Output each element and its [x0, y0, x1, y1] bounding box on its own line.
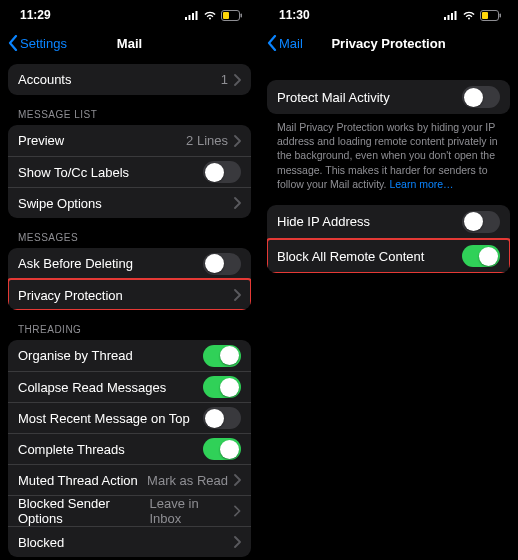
row-label: Muted Thread Action [18, 473, 138, 488]
svg-rect-6 [241, 13, 243, 17]
section-header-threading: THREADING [8, 310, 251, 340]
back-label: Settings [20, 36, 67, 51]
back-settings[interactable]: Settings [8, 35, 67, 51]
battery-icon [480, 10, 502, 21]
status-bar: 11:29 [0, 0, 259, 28]
row-label: Swipe Options [18, 196, 102, 211]
group-message-list: Preview 2 Lines Show To/Cc Labels Swipe … [8, 125, 251, 218]
chevron-right-icon [234, 474, 241, 486]
nav-bar: Settings Mail [0, 28, 259, 58]
row-label: Preview [18, 133, 64, 148]
row-ask-before-deleting[interactable]: Ask Before Deleting [8, 248, 251, 279]
signal-icon [444, 10, 458, 20]
row-label: Organise by Thread [18, 348, 133, 363]
svg-rect-8 [448, 15, 450, 20]
row-value: Leave in Inbox [149, 496, 228, 526]
toggle-block-remote-content[interactable] [462, 245, 500, 267]
section-header-message-list: MESSAGE LIST [8, 95, 251, 125]
toggle-ask-before-deleting[interactable] [203, 253, 241, 275]
status-bar: 11:30 [259, 0, 518, 28]
row-organise-by-thread[interactable]: Organise by Thread [8, 340, 251, 371]
toggle-collapse-read[interactable] [203, 376, 241, 398]
row-label: Complete Threads [18, 442, 125, 457]
row-label: Accounts [18, 72, 71, 87]
svg-rect-7 [444, 17, 446, 20]
svg-rect-3 [196, 11, 198, 20]
row-label: Protect Mail Activity [277, 90, 390, 105]
row-accounts[interactable]: Accounts 1 [8, 64, 251, 95]
chevron-left-icon [8, 35, 18, 51]
group-threading: Organise by Thread Collapse Read Message… [8, 340, 251, 557]
chevron-left-icon [267, 35, 277, 51]
toggle-protect-mail-activity[interactable] [462, 86, 500, 108]
row-label: Show To/Cc Labels [18, 165, 129, 180]
screen-mail-settings: 11:29 Settings Mail Accounts 1 MESSAG [0, 0, 259, 560]
svg-rect-1 [189, 15, 191, 20]
footer-text: Mail Privacy Protection works by hiding … [277, 121, 498, 190]
row-label: Blocked [18, 535, 64, 550]
row-complete-threads[interactable]: Complete Threads [8, 433, 251, 464]
row-hide-ip-address[interactable]: Hide IP Address [267, 205, 510, 239]
screen-privacy-protection: 11:30 Mail Privacy Protection Protect Ma… [259, 0, 518, 560]
row-label: Ask Before Deleting [18, 256, 133, 271]
row-collapse-read[interactable]: Collapse Read Messages [8, 371, 251, 402]
svg-rect-2 [192, 13, 194, 20]
signal-icon [185, 10, 199, 20]
toggle-organise-by-thread[interactable] [203, 345, 241, 367]
row-label: Block All Remote Content [277, 249, 424, 264]
chevron-right-icon [234, 289, 241, 301]
row-label: Hide IP Address [277, 214, 370, 229]
svg-rect-9 [451, 13, 453, 20]
row-swipe-options[interactable]: Swipe Options [8, 187, 251, 218]
learn-more-link[interactable]: Learn more… [389, 178, 453, 190]
status-time: 11:30 [279, 8, 310, 22]
row-block-remote-content[interactable]: Block All Remote Content [267, 239, 510, 273]
row-preview[interactable]: Preview 2 Lines [8, 125, 251, 156]
svg-rect-0 [185, 17, 187, 20]
row-show-tocc[interactable]: Show To/Cc Labels [8, 156, 251, 187]
group-messages: Ask Before Deleting Privacy Protection [8, 248, 251, 310]
row-label: Most Recent Message on Top [18, 411, 190, 426]
svg-rect-5 [223, 12, 229, 19]
toggle-hide-ip-address[interactable] [462, 211, 500, 233]
back-label: Mail [279, 36, 303, 51]
chevron-right-icon [234, 197, 241, 209]
row-most-recent-top[interactable]: Most Recent Message on Top [8, 402, 251, 433]
group-accounts: Accounts 1 [8, 64, 251, 95]
svg-rect-10 [455, 11, 457, 20]
row-value: 1 [221, 72, 228, 87]
chevron-right-icon [234, 505, 241, 517]
toggle-show-tocc[interactable] [203, 161, 241, 183]
row-label: Blocked Sender Options [18, 496, 149, 526]
section-header-messages: MESSAGES [8, 218, 251, 248]
row-blocked-sender-options[interactable]: Blocked Sender Options Leave in Inbox [8, 495, 251, 526]
chevron-right-icon [234, 135, 241, 147]
group-footer-note: Mail Privacy Protection works by hiding … [267, 114, 510, 191]
row-privacy-protection[interactable]: Privacy Protection [8, 279, 251, 310]
chevron-right-icon [234, 74, 241, 86]
row-label: Privacy Protection [18, 288, 123, 303]
battery-icon [221, 10, 243, 21]
svg-rect-12 [482, 12, 488, 19]
status-indicators [444, 10, 502, 21]
wifi-icon [203, 10, 217, 20]
row-value: 2 Lines [186, 133, 228, 148]
nav-bar: Mail Privacy Protection [259, 28, 518, 58]
row-value: Mark as Read [147, 473, 228, 488]
group-protect-activity: Protect Mail Activity [267, 80, 510, 114]
toggle-complete-threads[interactable] [203, 438, 241, 460]
status-time: 11:29 [20, 8, 51, 22]
chevron-right-icon [234, 536, 241, 548]
row-label: Collapse Read Messages [18, 380, 166, 395]
back-mail[interactable]: Mail [267, 35, 303, 51]
status-indicators [185, 10, 243, 21]
toggle-most-recent-top[interactable] [203, 407, 241, 429]
row-muted-thread-action[interactable]: Muted Thread Action Mark as Read [8, 464, 251, 495]
wifi-icon [462, 10, 476, 20]
row-blocked[interactable]: Blocked [8, 526, 251, 557]
row-protect-mail-activity[interactable]: Protect Mail Activity [267, 80, 510, 114]
svg-rect-13 [500, 13, 502, 17]
group-remote-content: Hide IP Address Block All Remote Content [267, 205, 510, 273]
